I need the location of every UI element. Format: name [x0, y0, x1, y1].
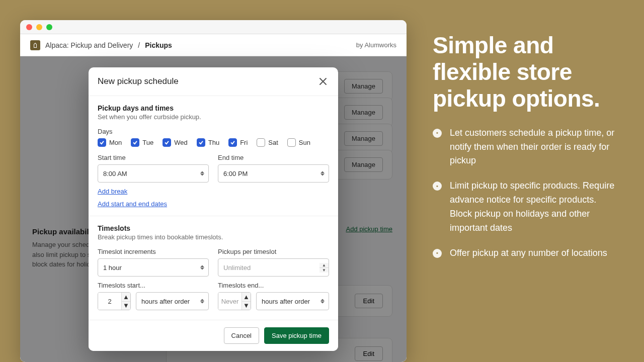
add-dates-link[interactable]: Add start and end dates [98, 200, 167, 208]
ts-end-unit: hours after order [262, 298, 310, 305]
timeslots-end-value[interactable] [218, 293, 242, 310]
end-time-value: 6:00 PM [223, 170, 248, 177]
marketing-bullet: • Offer pickup at any number of location… [433, 246, 619, 260]
day-fri[interactable]: Fri [228, 138, 248, 147]
save-pickup-time-button[interactable]: Save pickup time [264, 327, 329, 344]
days-row: Mon Tue Wed Thu Fri Sat [98, 138, 329, 147]
checkbox-unchecked-icon[interactable] [287, 138, 296, 147]
day-label: Sat [268, 139, 278, 146]
checkbox-checked-icon[interactable] [228, 138, 237, 147]
timeslots-end-stepper[interactable]: ▲ ▼ [218, 292, 251, 310]
app-bar: Alpaca: Pickup and Delivery / Pickups by… [20, 34, 407, 56]
checkbox-checked-icon[interactable] [197, 138, 205, 147]
select-caret-icon [320, 299, 325, 304]
end-time-label: End time [218, 154, 329, 161]
select-caret-icon [200, 265, 204, 270]
day-label: Tue [142, 139, 153, 146]
end-time-select[interactable]: 6:00 PM [218, 164, 329, 183]
day-wed[interactable]: Wed [163, 138, 188, 147]
day-mon[interactable]: Mon [98, 138, 122, 147]
divider [89, 216, 338, 216]
byline: by Alumworks [356, 41, 396, 49]
day-label: Thu [208, 139, 219, 146]
bullet-text: Let customers schedule a pickup time, or… [450, 126, 619, 168]
pickups-label: Pickups per timeslot [218, 248, 329, 255]
timeslots-start-stepper[interactable]: ▲ ▼ [98, 292, 131, 310]
stepper-down-icon[interactable]: ▼ [319, 268, 329, 273]
select-caret-icon [320, 171, 325, 176]
ts-end-unit-select[interactable]: hours after order [256, 292, 329, 310]
section-title: Timeslots [98, 224, 329, 232]
timeslots-start-value[interactable] [98, 293, 121, 310]
day-label: Mon [109, 139, 122, 146]
checkbox-unchecked-icon[interactable] [257, 138, 265, 147]
close-icon[interactable] [317, 75, 329, 87]
marketing-panel: Simple and flexible store pickup options… [433, 32, 619, 272]
titlebar [20, 20, 407, 34]
bullet-icon: • [433, 129, 442, 138]
stepper-spin[interactable]: ▲ ▼ [121, 293, 130, 310]
marketing-bullet: • Limit pickup to specific products. Req… [433, 179, 619, 235]
day-label: Fri [240, 139, 248, 146]
breadcrumb-sep: / [138, 41, 140, 49]
start-time-select[interactable]: 8:00 AM [98, 164, 209, 183]
stepper-down-icon[interactable]: ▼ [122, 302, 130, 310]
section-subtitle: Set when you offer curbside pickup. [98, 113, 329, 121]
add-break-link[interactable]: Add break [98, 188, 127, 195]
modal-body: Pickup days and times Set when you offer… [89, 96, 338, 320]
bullet-icon: • [433, 182, 442, 191]
marketing-bullet: • Let customers schedule a pickup time, … [433, 126, 619, 168]
day-tue[interactable]: Tue [131, 138, 153, 147]
checkbox-checked-icon[interactable] [131, 138, 139, 147]
minimize-window-icon[interactable] [36, 24, 42, 30]
start-time-label: Start time [98, 154, 209, 161]
select-caret-icon [200, 299, 204, 304]
breadcrumb-app[interactable]: Alpaca: Pickup and Delivery [45, 41, 133, 49]
close-window-icon[interactable] [26, 24, 32, 30]
pickups-per-timeslot-input[interactable]: Unlimited ▲ ▼ [218, 258, 329, 277]
ts-start-label: Timeslots start... [98, 282, 209, 289]
ts-end-label: Timeslots end... [218, 282, 329, 289]
modal-footer: Cancel Save pickup time [89, 320, 338, 351]
new-pickup-schedule-modal: New pickup schedule Pickup days and time… [89, 67, 338, 351]
bullet-icon: • [433, 249, 442, 258]
checkbox-checked-icon[interactable] [98, 138, 106, 147]
ts-start-unit: hours after order [141, 298, 190, 305]
stepper-spin[interactable]: ▲ ▼ [242, 293, 251, 310]
stepper-spin[interactable]: ▲ ▼ [319, 263, 329, 273]
increments-select[interactable]: 1 hour [98, 258, 209, 277]
section-title: Pickup days and times [98, 104, 329, 112]
stepper-up-icon[interactable]: ▲ [122, 293, 130, 302]
bullet-text: Offer pickup at any number of locations [450, 246, 607, 260]
day-thu[interactable]: Thu [197, 138, 219, 147]
days-label: Days [98, 128, 329, 135]
day-sun[interactable]: Sun [287, 138, 310, 147]
section-subtitle: Break pickup times into bookable timeslo… [98, 233, 329, 241]
day-sat[interactable]: Sat [257, 138, 278, 147]
day-label: Sun [299, 139, 310, 146]
checkbox-checked-icon[interactable] [163, 138, 171, 147]
stepper-down-icon[interactable]: ▼ [242, 302, 251, 310]
bullet-text: Limit pickup to specific products. Requi… [450, 179, 619, 235]
maximize-window-icon[interactable] [46, 24, 52, 30]
ts-start-unit-select[interactable]: hours after order [136, 292, 209, 310]
pickups-placeholder: Unlimited [218, 264, 319, 272]
increments-label: Timeslot increments [98, 248, 209, 255]
start-time-value: 8:00 AM [103, 170, 127, 177]
breadcrumb-current[interactable]: Pickups [145, 41, 172, 49]
increments-value: 1 hour [103, 264, 122, 272]
modal-header: New pickup schedule [89, 67, 338, 96]
marketing-headline: Simple and flexible store pickup options… [433, 32, 619, 112]
day-label: Wed [174, 139, 188, 146]
cancel-button[interactable]: Cancel [224, 327, 259, 344]
select-caret-icon [200, 171, 204, 176]
stepper-up-icon[interactable]: ▲ [242, 293, 251, 302]
modal-title: New pickup schedule [98, 76, 179, 86]
stepper-up-icon[interactable]: ▲ [319, 263, 329, 268]
app-logo-icon [30, 40, 40, 50]
